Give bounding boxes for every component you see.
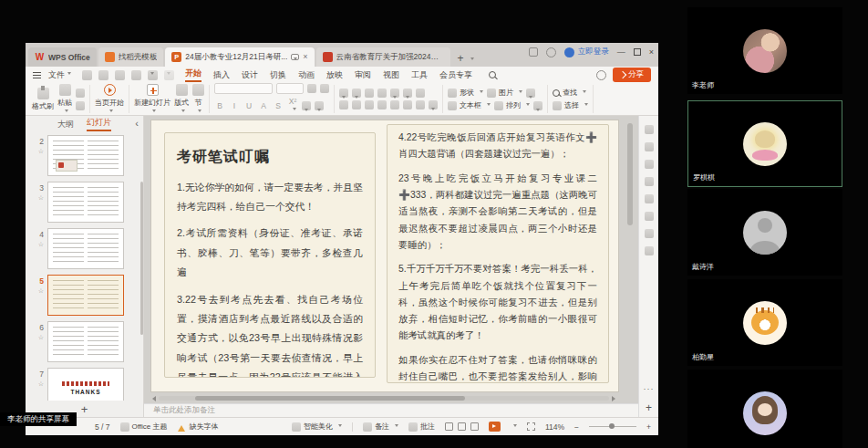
menu-insert[interactable]: 插入 — [213, 69, 230, 81]
scroll-right-icon[interactable] — [612, 396, 618, 401]
tab-pdf-document[interactable]: 云南省教育厅关于加强2024年硕士研... — [316, 47, 450, 67]
help-icon[interactable] — [596, 70, 606, 80]
close-tab-icon[interactable]: × — [303, 53, 307, 61]
missing-font-warning[interactable]: 缺失字体 — [178, 422, 219, 432]
properties-icon[interactable] — [645, 125, 654, 134]
tab-slides[interactable]: 幻灯片 — [87, 117, 111, 131]
fullscreen-icon[interactable] — [527, 422, 535, 431]
increase-font-icon[interactable] — [307, 84, 316, 93]
slide-thumbnail-7[interactable]: 7☆ THANKS — [30, 368, 143, 401]
copy-icon[interactable] — [76, 101, 85, 110]
slide-thumbnail-4[interactable]: 4☆ — [30, 228, 143, 269]
align-right-icon[interactable] — [365, 100, 374, 109]
collapse-panel-icon[interactable]: ‹ — [135, 118, 139, 129]
notes-input[interactable]: 单击此处添加备注 — [144, 403, 638, 417]
zoom-out-button[interactable]: − — [574, 422, 579, 432]
textbox-button[interactable]: 文本框 — [448, 100, 491, 110]
font-family-select[interactable] — [214, 83, 273, 94]
zoom-level[interactable]: 114% — [545, 422, 564, 432]
notes-toggle-button[interactable]: 备注 — [363, 422, 398, 432]
theme-indicator[interactable]: Office 主题 — [120, 422, 168, 432]
picture-button[interactable]: 图片 — [487, 88, 522, 98]
comments-toggle-button[interactable]: 批注 — [408, 422, 435, 432]
menu-slideshow[interactable]: 放映 — [326, 69, 343, 81]
output-icon[interactable] — [131, 70, 141, 80]
save-icon[interactable] — [82, 70, 92, 80]
select-button[interactable]: 选择 — [553, 100, 588, 110]
new-tab-button[interactable]: + — [452, 52, 468, 67]
tab-wps-home[interactable]: W WPS Office — [28, 47, 97, 67]
format-painter-button[interactable]: 格式刷 — [32, 88, 54, 111]
tab-list-dropdown[interactable] — [468, 50, 474, 67]
align-center-icon[interactable] — [352, 100, 361, 109]
tab-presentation-document[interactable]: P 24届小教专业12月21日考研... × — [165, 47, 314, 67]
text-direction-icon[interactable] — [390, 89, 399, 98]
participant-tile-active-speaker[interactable]: 罗棋棋 — [687, 100, 842, 187]
animation-pane-icon[interactable] — [645, 142, 654, 151]
settings-globe-icon[interactable] — [546, 47, 556, 57]
section-button[interactable]: 节 — [192, 84, 204, 114]
smart-beautify-button[interactable]: 智能美化 — [292, 422, 342, 432]
highlight-color-icon[interactable] — [315, 101, 324, 110]
slide-canvas[interactable]: 考研笔试叮嘱 1.无论你学的如何，请一定要去考，并且坚持考完四科，给自己一个交代… — [151, 120, 618, 391]
vertical-scrollbar[interactable] — [627, 123, 633, 225]
redo-icon[interactable] — [164, 70, 174, 80]
align-left-icon[interactable] — [339, 100, 348, 109]
char-spacing-button[interactable]: A — [258, 101, 269, 110]
panel-scrollbar[interactable] — [140, 182, 143, 335]
indent-decrease-icon[interactable] — [365, 89, 374, 98]
print-icon[interactable] — [98, 70, 108, 80]
bold-button[interactable]: B — [214, 101, 225, 110]
login-button[interactable]: 立即登录 — [564, 47, 609, 57]
distribute-icon[interactable] — [390, 100, 399, 109]
font-color-icon[interactable] — [302, 101, 311, 110]
scrollbar-thumb[interactable] — [195, 396, 465, 401]
shapes-button[interactable]: 形状 — [448, 88, 483, 98]
vertical-align-top-icon[interactable] — [403, 100, 412, 109]
participant-tile[interactable]: 李老师 — [687, 7, 842, 94]
resources-icon[interactable] — [645, 194, 654, 203]
menu-review[interactable]: 审阅 — [355, 69, 371, 81]
comment-bubble-icon[interactable] — [291, 54, 299, 60]
find-button[interactable]: 查找 — [553, 88, 588, 98]
outline-color-icon[interactable] — [533, 101, 542, 110]
participant-tile[interactable]: 柏勤星 — [687, 279, 842, 366]
indent-increase-icon[interactable] — [377, 89, 387, 98]
favorites-icon[interactable] — [645, 160, 654, 169]
file-menu[interactable]: 文件 — [48, 69, 71, 81]
menu-animations[interactable]: 动画 — [298, 69, 315, 81]
slide-thumbnail-6[interactable]: 6☆ — [30, 321, 143, 362]
participant-tile[interactable] — [687, 370, 842, 448]
paste-button[interactable]: 粘贴 — [57, 84, 72, 114]
minimize-button[interactable]: — — [617, 48, 625, 57]
vertical-align-middle-icon[interactable] — [416, 100, 425, 109]
participant-tile[interactable]: 戴诗洋 — [687, 189, 842, 276]
assistant-icon[interactable] — [645, 212, 654, 221]
arrange-button[interactable]: 排列 — [494, 100, 530, 110]
comments-panel-icon[interactable] — [645, 229, 654, 238]
normal-view-icon[interactable] — [445, 422, 453, 431]
strikethrough-button[interactable]: S — [273, 101, 284, 110]
line-spacing-icon[interactable] — [403, 89, 412, 98]
menu-tools[interactable]: 工具 — [411, 69, 428, 81]
columns-icon[interactable] — [416, 89, 425, 98]
close-window-button[interactable]: × — [649, 48, 654, 57]
superscript-button[interactable]: X² — [287, 97, 298, 115]
decrease-font-icon[interactable] — [320, 84, 329, 93]
horizontal-scrollbar[interactable] — [150, 395, 618, 401]
menu-design[interactable]: 设计 — [242, 69, 258, 81]
hamburger-menu-icon[interactable] — [33, 72, 41, 78]
menu-home[interactable]: 开始 — [185, 68, 202, 82]
share-button[interactable]: 分享 — [613, 68, 651, 82]
search-icon[interactable] — [489, 71, 496, 78]
slide-thumbnail-2[interactable]: 2☆ — [30, 135, 143, 176]
reading-view-icon[interactable] — [470, 422, 479, 431]
zoom-in-button[interactable]: + — [646, 422, 651, 432]
menu-member[interactable]: 会员专享 — [439, 69, 472, 81]
bullet-list-icon[interactable] — [339, 89, 348, 98]
fill-color-icon[interactable] — [526, 89, 535, 98]
underline-button[interactable]: U — [243, 101, 254, 110]
play-options-dropdown[interactable] — [511, 422, 517, 432]
add-tool-icon[interactable]: + — [646, 401, 652, 414]
layout-button[interactable]: 版式 — [174, 84, 189, 114]
